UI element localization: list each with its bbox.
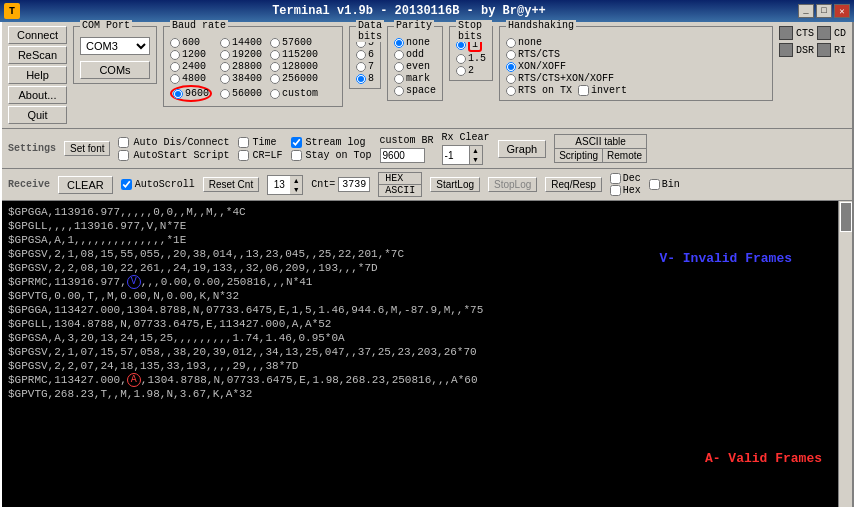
terminal-display: V- Invalid Frames A- Valid Frames $GPGGA… (2, 201, 852, 507)
bin-checkbox[interactable] (649, 179, 660, 190)
stream-log-label: Stream log (306, 137, 366, 148)
stop-log-button[interactable]: StopLog (488, 177, 537, 192)
terminal-line: $GPGSV,2,2,07,24,18,135,33,193,,,,29,,,3… (8, 359, 846, 373)
dsr-indicator (779, 43, 793, 57)
parity-space-radio[interactable] (394, 86, 404, 96)
scrollbar-track[interactable] (838, 201, 852, 507)
hs-rts-on-tx-radio[interactable] (506, 86, 516, 96)
baud-57600-radio[interactable] (270, 38, 280, 48)
terminal-line: $GPGLL,1304.8788,N,07733.6475,E,113427.0… (8, 317, 846, 331)
baud-28800: 28800 (220, 61, 262, 72)
quit-button[interactable]: Quit (8, 106, 67, 124)
baud-19200-radio[interactable] (220, 50, 230, 60)
about-button[interactable]: About... (8, 86, 67, 104)
parity-none-radio[interactable] (394, 38, 404, 48)
ri-indicator (817, 43, 831, 57)
baud-256000: 256000 (270, 73, 318, 84)
dbits-6-radio[interactable] (356, 50, 366, 60)
reset-cnt-button[interactable]: Reset Cnt (203, 177, 259, 192)
baud-115200-radio[interactable] (270, 50, 280, 60)
invert-checkbox[interactable] (578, 85, 589, 96)
baud-56000-radio[interactable] (220, 89, 230, 99)
baud-14400-radio[interactable] (220, 38, 230, 48)
minimize-button[interactable]: _ (798, 4, 814, 18)
stay-on-top-checkbox[interactable] (291, 150, 302, 161)
rx-clear-input[interactable] (442, 145, 470, 165)
close-button[interactable]: ✕ (834, 4, 850, 18)
hex2-checkbox[interactable] (610, 185, 621, 196)
connect-button[interactable]: Connect (8, 26, 67, 44)
baud-38400-radio[interactable] (220, 74, 230, 84)
hs-xon-xoff-radio[interactable] (506, 62, 516, 72)
terminal-line: $GPRMC,113427.000,A,1304.8788,N,07733.64… (8, 373, 846, 387)
baud-4800-radio[interactable] (170, 74, 180, 84)
baud-1200-radio[interactable] (170, 50, 180, 60)
baud-128000-radio[interactable] (270, 62, 280, 72)
help-button[interactable]: Help (8, 66, 67, 84)
rx-clear-down-btn[interactable]: ▼ (470, 155, 482, 164)
settings-section-label: Settings (8, 143, 56, 154)
dec-checkbox[interactable] (610, 173, 621, 184)
com-port-section: COM Port COM3 COM1 COM2 COM4 COMs (73, 26, 157, 84)
hs-xon-xoff: XON/XOFF (506, 61, 766, 72)
baud-28800-radio[interactable] (220, 62, 230, 72)
parity-even-radio[interactable] (394, 62, 404, 72)
settings-checkboxes2: Time CR=LF (238, 137, 283, 161)
autoscroll-checkbox[interactable] (121, 179, 132, 190)
sbits-15-radio[interactable] (456, 54, 466, 64)
rx-clear-up-btn[interactable]: ▲ (470, 146, 482, 155)
parity-mark-radio[interactable] (394, 74, 404, 84)
dbits-7-radio[interactable] (356, 62, 366, 72)
hex-ascii-toggle: HEX ASCII (378, 172, 422, 197)
baud-2400: 2400 (170, 61, 212, 72)
scripting-button[interactable]: Scripting (555, 149, 603, 162)
baud-rate-section: Baud rate 600 14400 57600 1200 19200 115… (163, 26, 343, 107)
ascii-table-button[interactable]: ASCII table (555, 135, 646, 149)
cnt-down-btn[interactable]: ▼ (290, 185, 302, 194)
baud-600-radio[interactable] (170, 38, 180, 48)
baud-256000-radio[interactable] (270, 74, 280, 84)
custom-br-input[interactable] (380, 148, 425, 163)
hs-rts-cts-radio[interactable] (506, 50, 516, 60)
hs-rts-cts-xon-xoff: RTS/CTS+XON/XOFF (506, 73, 766, 84)
coms-button[interactable]: COMs (80, 61, 150, 79)
time-label: Time (253, 137, 277, 148)
cr-lf-label: CR=LF (253, 150, 283, 161)
cnt-value-input[interactable] (268, 176, 290, 194)
maximize-button[interactable]: □ (816, 4, 832, 18)
ascii-table-scripting-group: ASCII table Scripting Remote (554, 134, 647, 163)
remote-button[interactable]: Remote (603, 149, 646, 162)
clear-button[interactable]: CLEAR (58, 176, 113, 194)
parity-even: even (394, 61, 436, 72)
baud-2400-radio[interactable] (170, 62, 180, 72)
hs-none-radio[interactable] (506, 38, 516, 48)
hex2-label: Hex (623, 185, 641, 196)
autoscroll-label: AutoScroll (135, 179, 195, 190)
hex-option[interactable]: HEX (379, 173, 421, 185)
baud-9600-radio[interactable] (173, 89, 183, 99)
cr-lf-checkbox[interactable] (238, 150, 249, 161)
set-font-button[interactable]: Set font (64, 141, 110, 156)
data-bits-label: Data bits (356, 20, 384, 42)
stream-log-checkbox[interactable] (291, 137, 302, 148)
cts-indicator (779, 26, 793, 40)
stop-bits-section: Stop bits 1 1.5 2 (449, 26, 493, 81)
time-checkbox[interactable] (238, 137, 249, 148)
graph-button[interactable]: Graph (498, 140, 547, 158)
ascii-option[interactable]: ASCII (379, 185, 421, 196)
stop-bits-15: 1.5 (456, 53, 486, 64)
start-log-button[interactable]: StartLog (430, 177, 480, 192)
autostart-script-checkbox[interactable] (118, 150, 129, 161)
com-port-select[interactable]: COM3 COM1 COM2 COM4 (80, 37, 150, 55)
cnt-up-btn[interactable]: ▲ (290, 176, 302, 185)
req-resp-button[interactable]: Req/Resp (545, 177, 601, 192)
scrollbar-thumb[interactable] (840, 202, 852, 232)
hs-rts-cts-xon-xoff-radio[interactable] (506, 74, 516, 84)
dbits-8-radio[interactable] (356, 74, 366, 84)
auto-dis-connect-checkbox[interactable] (118, 137, 129, 148)
baud-custom-radio[interactable] (270, 89, 280, 99)
parity-odd-radio[interactable] (394, 50, 404, 60)
rescan-button[interactable]: ReScan (8, 46, 67, 64)
terminal-line: $GPGSV,2,1,07,15,57,058,,38,20,39,012,,3… (8, 345, 846, 359)
sbits-2-radio[interactable] (456, 66, 466, 76)
